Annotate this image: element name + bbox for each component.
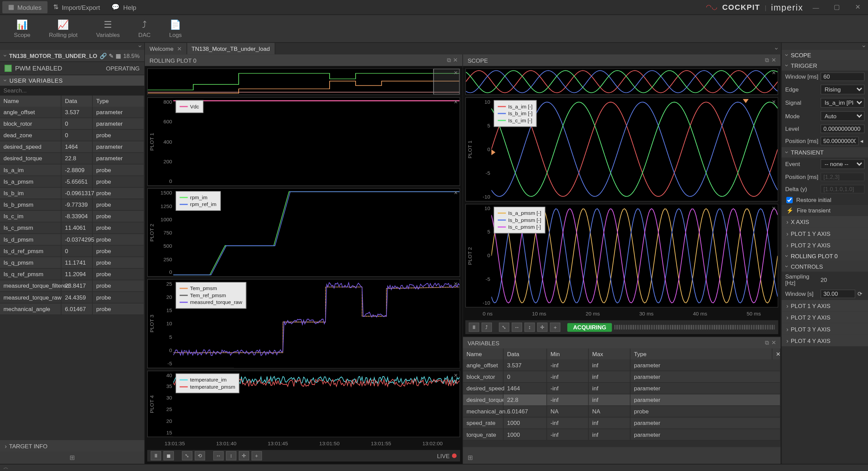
close-icon[interactable]: ✕ [771,339,776,346]
t-pos-input[interactable] [821,172,865,181]
table-row[interactable]: Is_q_pmsm11.1741probe [0,257,144,269]
trigger-marker-icon[interactable] [743,99,749,103]
vzoom-button[interactable]: ↕ [226,451,237,460]
scope-vzoom-button[interactable]: ↕ [525,323,535,332]
rolling-plot-tool-button[interactable]: 📈Rolling plot [40,15,87,42]
scope-plot-1-legend[interactable]: Is_a_im [-]Is_b_im [-]Is_c_im [-] [494,100,536,127]
scope-pause-button[interactable]: ⏸ [469,323,479,332]
table-row[interactable]: angle_offset3.537parameter [0,106,144,118]
module-header[interactable]: TN138_MOTOR_TB_UNDER_LO 🔗 ✎ ▦ 18.5% [0,50,144,62]
rp1y-header[interactable]: PLOT 1 Y AXIS [782,300,868,311]
table-row[interactable]: Is_a_im-2.8809probe [0,164,144,176]
vp-col-close[interactable]: ✕ [772,349,781,360]
rolling-plot-2[interactable]: PLOT 2 1500125010007505002500 rpm_im rpm… [147,188,460,277]
tab-main[interactable]: TN138_Motor_TB_under_load [187,43,275,54]
trigger-level-icon[interactable] [491,149,495,155]
scope-tool-button[interactable]: 📊Scope [5,15,40,42]
position-stepper-icon[interactable]: ◂ [859,138,865,144]
plot-close-icon[interactable]: ✕ [454,99,458,105]
rolling-overview[interactable]: ✕ [147,68,460,95]
link-icon[interactable]: 🔗 [100,53,107,59]
maximize-button[interactable]: ▢ [829,0,845,14]
col-type-header[interactable]: Type [93,96,144,106]
props-controls-header[interactable]: CONTROLS [782,261,868,272]
overview-close-icon[interactable]: ✕ [454,70,458,76]
table-row[interactable]: speed_rate1000-infinfparameter [463,417,781,429]
pause-button[interactable]: ⏸ [151,451,161,460]
signal-select[interactable]: Is_a_im [Plot 1] [821,98,865,108]
hzoom-button[interactable]: ↔ [213,451,224,460]
window-s-input[interactable] [821,290,855,299]
logs-tool-button[interactable]: 📄Logs [160,15,191,42]
table-row[interactable]: block_rotor0parameter [0,118,144,130]
window-ms-input[interactable] [821,73,865,81]
stop-button[interactable]: ◼ [163,451,174,460]
table-row[interactable]: mechanical_angle6.01467probe [0,304,144,315]
plot-4-legend[interactable]: temperature_im temperature_pmsm [176,373,239,393]
table-row[interactable]: dead_zone0probe [0,130,144,141]
scope-zoom-out-button[interactable]: ⤡ [499,323,509,332]
target-info-header[interactable]: TARGET INFO [0,440,144,452]
table-row[interactable]: mechanical_an...6.01467NANAprobe [463,406,781,417]
scope-plot-2[interactable]: PLOT 2 1050-5-10 Is_a_pmsm [-]Is_b_pmsm … [465,204,778,308]
variables-tool-button[interactable]: ☰Variables [87,15,129,42]
rolling-plot-3[interactable]: PLOT 3 2520151050-5 Tem_pmsm Tem_ref_pms… [147,279,460,368]
table-row[interactable]: angle_offset3.537-infinfparameter [463,360,781,371]
table-row[interactable]: measured_torque_raw24.4359probe [0,292,144,303]
plot-3-legend[interactable]: Tem_pmsm Tem_ref_pmsm measured_torque_ra… [176,282,246,309]
scope-hzoom-button[interactable]: ↔ [512,323,522,332]
popout-icon[interactable]: ⧉ [765,339,769,346]
table-row[interactable]: desired_speed1464-infinfparameter [463,383,781,394]
reset-button[interactable]: ⟲ [195,451,205,460]
zoom-out-button[interactable]: ⤡ [182,451,193,460]
table-row[interactable]: torque_rate1000-infinfparameter [463,429,781,441]
vp-col-name[interactable]: Name [463,349,504,360]
props-scope-header[interactable]: SCOPE [782,50,868,60]
level-input[interactable] [821,124,865,133]
vp-col-data[interactable]: Data [504,349,547,360]
chip-icon[interactable]: ▦ [116,53,121,59]
plot-2-legend[interactable]: rpm_im rpm_ref_im [176,191,220,211]
search-input[interactable] [0,86,144,96]
scope-export-button[interactable]: ⤴ [481,323,492,332]
table-row[interactable]: desired_torque22.8-infinfparameter [463,394,781,406]
scope-plot-1[interactable]: PLOT 1 1050-5-10 Is_a_im [-]Is_b_im [-]I… [465,97,778,201]
props-rolling-header[interactable]: ROLLING PLOT 0 [782,251,868,261]
p2y-header[interactable]: PLOT 2 Y AXIS [782,239,868,251]
rolling-plot-1[interactable]: PLOT 1 8006004002000 Vdc ✕ [147,97,460,186]
scope-overview[interactable]: ✕ [465,68,778,95]
table-row[interactable]: Is_d_ref_pmsm0probe [0,246,144,257]
popout-icon[interactable]: ⧉ [765,57,769,64]
props-trigger-header[interactable]: TRIGGER [782,60,868,71]
help-button[interactable]: 💬 Help [106,1,142,13]
plot-close-icon[interactable]: ✕ [454,281,458,287]
user-variables-header[interactable]: USER VARIABLES [0,75,144,86]
edge-select[interactable]: Rising [821,85,865,95]
plot-close-icon[interactable]: ✕ [454,190,458,196]
delta-input[interactable] [821,185,865,193]
close-icon[interactable]: ✕ [453,57,458,64]
scope-add-plot-button[interactable]: ＋ [550,323,560,332]
p1y-header[interactable]: PLOT 1 Y AXIS [782,228,868,239]
dac-tool-button[interactable]: ⤴DAC [129,15,160,42]
xaxis-header[interactable]: X AXIS [782,216,868,227]
scope-plot-2-legend[interactable]: Is_a_pmsm [-]Is_b_pmsm [-]Is_c_pmsm [-] [494,206,545,233]
table-row[interactable]: Is_a_pmsm-5.65651probe [0,176,144,188]
add-variable-button[interactable]: ⊞ [463,452,781,464]
restore-checkbox[interactable] [786,197,793,203]
brush-icon[interactable]: ✎ [109,53,114,59]
position-input[interactable] [821,137,859,145]
fire-transient-button[interactable]: ⚡Fire transient [782,205,868,216]
tab-overflow-button[interactable] [773,43,781,54]
rp2y-header[interactable]: PLOT 2 Y AXIS [782,311,868,323]
table-row[interactable]: Is_b_pmsm-9.77339probe [0,199,144,211]
table-row[interactable]: Is_c_pmsm11.4061probe [0,222,144,234]
rp3y-header[interactable]: PLOT 3 Y AXIS [782,323,868,335]
plot-close-icon[interactable]: ✕ [772,205,776,211]
table-row[interactable]: Is_c_im-8.33904probe [0,211,144,222]
table-row[interactable]: block_rotor0-infinfparameter [463,371,781,383]
refresh-icon[interactable]: ⟳ [855,291,864,297]
table-row[interactable]: Is_d_pmsm-0.0374295probe [0,234,144,245]
cursor-button[interactable]: ✛ [239,451,249,460]
close-icon[interactable]: ✕ [771,57,776,64]
